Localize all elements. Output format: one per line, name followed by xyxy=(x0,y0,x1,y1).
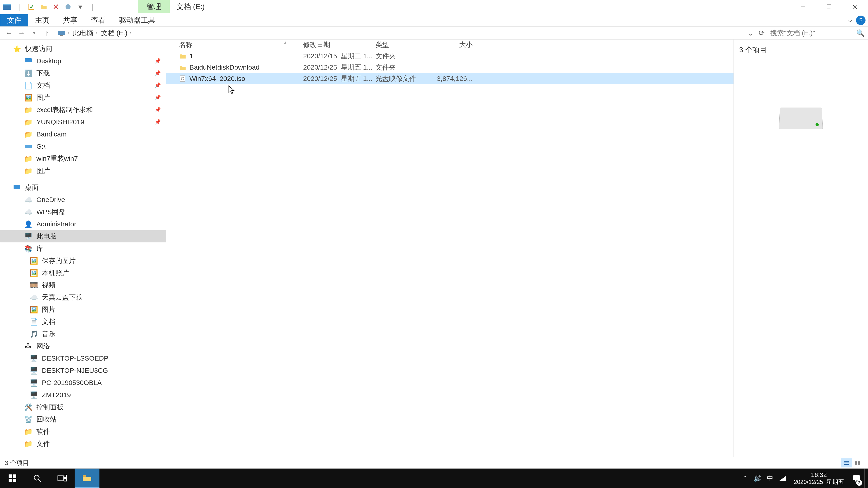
sidebar-item-this-pc[interactable]: 🖥️此电脑 xyxy=(0,230,166,242)
column-type[interactable]: 类型 xyxy=(375,40,436,50)
taskbar-clock[interactable]: 16:32 2020/12/25, 星期五 xyxy=(789,471,848,486)
forward-button[interactable]: → xyxy=(16,28,27,38)
column-size[interactable]: 大小 xyxy=(436,40,475,50)
column-name[interactable]: 名称▲ xyxy=(166,40,303,50)
search-button[interactable] xyxy=(25,468,50,488)
start-button[interactable] xyxy=(0,468,25,488)
sidebar-item-downloads[interactable]: ⬇️下载📌 xyxy=(0,67,166,79)
sidebar-item-pictures[interactable]: 🖼️图片📌 xyxy=(0,92,166,104)
sidebar-item-docs2[interactable]: 📄文档 xyxy=(0,316,166,328)
volume-icon[interactable]: 🔊 xyxy=(751,468,764,488)
sidebar-item-net2[interactable]: 🖥️DESKTOP-NJEU3CG xyxy=(0,364,166,377)
navigation-pane[interactable]: ⭐快速访问 Desktop📌 ⬇️下载📌 📄文档📌 🖼️图片📌 📁excel表格… xyxy=(0,39,166,457)
sidebar-item-savedpics[interactable]: 🖼️保存的图片 xyxy=(0,255,166,267)
taskbar-explorer[interactable] xyxy=(74,468,99,488)
svg-rect-21 xyxy=(858,463,860,465)
sidebar-item-network[interactable]: 🖧网络 xyxy=(0,340,166,352)
qa-settings-icon[interactable] xyxy=(63,2,73,12)
folder-icon xyxy=(179,64,186,71)
breadcrumb-bar[interactable]: › 此电脑› 文档 (E:)› xyxy=(56,28,744,38)
breadcrumb-this-pc[interactable]: 此电脑› xyxy=(71,29,99,38)
sidebar-item-files[interactable]: 📁文件 xyxy=(0,437,166,450)
sidebar-item-excel[interactable]: 📁excel表格制作求和📌 xyxy=(0,104,166,116)
body-area: ⭐快速访问 Desktop📌 ⬇️下载📌 📄文档📌 🖼️图片📌 📁excel表格… xyxy=(0,39,868,457)
sidebar-item-documents[interactable]: 📄文档📌 xyxy=(0,79,166,92)
file-row[interactable]: BaiduNetdiskDownload2020/12/25, 星期五 1...… xyxy=(166,62,734,73)
sidebar-item-admin[interactable]: 👤Administrator xyxy=(0,218,166,230)
file-list[interactable]: 12020/12/15, 星期二 1...文件夹BaiduNetdiskDown… xyxy=(166,51,734,457)
address-dropdown-icon[interactable]: ⌄ xyxy=(747,29,754,37)
sidebar-item-onedrive[interactable]: ☁️OneDrive xyxy=(0,194,166,206)
sidebar-item-pics3[interactable]: 🖼️图片 xyxy=(0,303,166,316)
breadcrumb-pc-icon[interactable]: › xyxy=(56,30,71,36)
drive-icon xyxy=(779,107,823,129)
tab-drive-tools[interactable]: 驱动器工具 xyxy=(112,14,162,26)
ime-icon[interactable]: 中 xyxy=(764,468,776,488)
up-button[interactable]: ↑ xyxy=(41,28,53,38)
tab-home[interactable]: 主页 xyxy=(28,14,56,26)
close-button[interactable] xyxy=(842,0,868,13)
refresh-icon[interactable]: ⟳ xyxy=(758,29,765,37)
sidebar-item-software[interactable]: 📁软件 xyxy=(0,425,166,437)
file-row[interactable]: Win7x64_2020.iso2020/12/25, 星期五 1...光盘映像… xyxy=(166,73,734,84)
explorer-window: | ✕ ▾ | 管理 文档 (E:) 文件 主页 共享 查看 驱动器工具 ⌵ ?… xyxy=(0,0,868,468)
pc-icon: 🖥️ xyxy=(30,354,38,362)
sidebar-desktop-section[interactable]: 桌面 xyxy=(0,182,166,194)
sidebar-item-control-panel[interactable]: 🛠️控制面板 xyxy=(0,401,166,413)
sidebar-item-g[interactable]: G:\ xyxy=(0,140,166,153)
tab-share[interactable]: 共享 xyxy=(56,14,84,26)
context-tab-manage[interactable]: 管理 xyxy=(138,0,170,13)
column-headers[interactable]: 名称▲ 修改日期 类型 大小 xyxy=(166,39,734,51)
maximize-button[interactable] xyxy=(816,0,842,13)
sidebar-item-yunqishi[interactable]: 📁YUNQISHI2019📌 xyxy=(0,116,166,128)
breadcrumb-location[interactable]: 文档 (E:)› xyxy=(99,29,133,38)
help-icon[interactable]: ? xyxy=(856,15,866,25)
app-icon xyxy=(2,2,12,12)
show-desktop-button[interactable] xyxy=(864,468,868,488)
search-input[interactable] xyxy=(770,29,856,37)
ribbon-expand-icon[interactable]: ⌵ xyxy=(848,15,852,25)
sidebar-item-video[interactable]: 🎞️视频 xyxy=(0,279,166,291)
view-details-button[interactable] xyxy=(841,458,852,467)
tab-file[interactable]: 文件 xyxy=(0,14,28,26)
column-date[interactable]: 修改日期 xyxy=(303,40,375,50)
task-view-button[interactable] xyxy=(50,468,74,488)
network-icon[interactable] xyxy=(776,468,789,488)
back-button[interactable]: ← xyxy=(3,28,15,38)
file-row[interactable]: 12020/12/15, 星期二 1...文件夹 xyxy=(166,51,734,62)
qa-checkbox-icon[interactable] xyxy=(26,2,36,12)
view-icons-button[interactable] xyxy=(852,458,863,467)
sidebar-item-wps[interactable]: ☁️WPS网盘 xyxy=(0,206,166,218)
sidebar-item-music[interactable]: 🎵音乐 xyxy=(0,328,166,340)
svg-rect-18 xyxy=(855,461,857,463)
sidebar-item-recycle[interactable]: 🗑️回收站 xyxy=(0,413,166,425)
sidebar-item-tianyi[interactable]: ☁️天翼云盘下载 xyxy=(0,291,166,303)
sidebar-quick-access[interactable]: ⭐快速访问 xyxy=(0,43,166,55)
search-box[interactable]: 🔍 xyxy=(768,28,865,38)
search-icon[interactable]: 🔍 xyxy=(856,29,865,37)
qa-folder-icon[interactable] xyxy=(39,2,49,12)
file-date: 2020/12/25, 星期五 1... xyxy=(303,74,375,84)
sidebar-item-net1[interactable]: 🖥️DESKTOP-LSSOEDP xyxy=(0,352,166,364)
recent-dropdown[interactable]: ▾ xyxy=(28,28,40,38)
chevron-right-icon: › xyxy=(68,30,69,36)
minimize-button[interactable] xyxy=(790,0,816,13)
qa-close-icon[interactable]: ✕ xyxy=(51,2,61,12)
sidebar-item-net4[interactable]: 🖥️ZMT2019 xyxy=(0,389,166,401)
tab-view[interactable]: 查看 xyxy=(84,14,112,26)
sidebar-item-bandicam[interactable]: 📁Bandicam xyxy=(0,128,166,140)
taskbar[interactable]: ˆ 🔊 中 16:32 2020/12/25, 星期五 3 xyxy=(0,468,868,488)
svg-point-3 xyxy=(66,4,70,9)
svg-rect-20 xyxy=(855,463,857,465)
action-center-icon[interactable]: 3 xyxy=(848,468,864,488)
svg-rect-33 xyxy=(853,475,860,480)
user-icon: 👤 xyxy=(24,220,32,228)
sidebar-item-libraries[interactable]: 📚库 xyxy=(0,242,166,255)
qa-dropdown-icon[interactable]: ▾ xyxy=(75,2,85,12)
sidebar-item-pics2[interactable]: 📁图片 xyxy=(0,165,166,177)
sidebar-item-win7[interactable]: 📁win7重装win7 xyxy=(0,153,166,165)
sidebar-item-desktop[interactable]: Desktop📌 xyxy=(0,55,166,67)
sidebar-item-net3[interactable]: 🖥️PC-20190530OBLA xyxy=(0,377,166,389)
sidebar-item-localpics[interactable]: 🖼️本机照片 xyxy=(0,267,166,279)
tray-overflow-icon[interactable]: ˆ xyxy=(739,468,751,488)
